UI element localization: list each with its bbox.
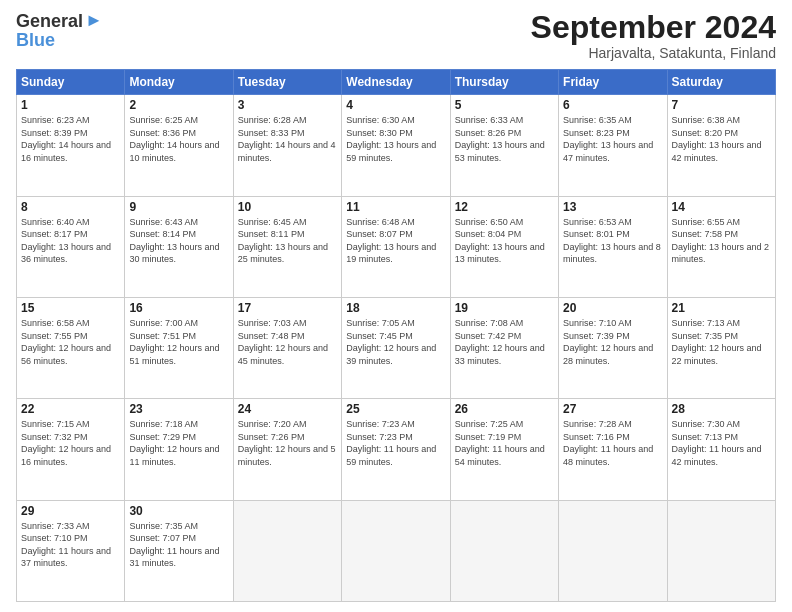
table-row: 21Sunrise: 7:13 AM Sunset: 7:35 PM Dayli… <box>667 297 775 398</box>
day-number: 13 <box>563 200 662 214</box>
day-number: 4 <box>346 98 445 112</box>
day-number: 11 <box>346 200 445 214</box>
day-info: Sunrise: 7:30 AM Sunset: 7:13 PM Dayligh… <box>672 418 771 468</box>
day-info: Sunrise: 7:18 AM Sunset: 7:29 PM Dayligh… <box>129 418 228 468</box>
table-row <box>667 500 775 601</box>
day-info: Sunrise: 6:55 AM Sunset: 7:58 PM Dayligh… <box>672 216 771 266</box>
day-info: Sunrise: 6:50 AM Sunset: 8:04 PM Dayligh… <box>455 216 554 266</box>
col-thursday: Thursday <box>450 70 558 95</box>
day-info: Sunrise: 7:03 AM Sunset: 7:48 PM Dayligh… <box>238 317 337 367</box>
table-row <box>559 500 667 601</box>
day-info: Sunrise: 7:15 AM Sunset: 7:32 PM Dayligh… <box>21 418 120 468</box>
day-number: 18 <box>346 301 445 315</box>
day-info: Sunrise: 6:43 AM Sunset: 8:14 PM Dayligh… <box>129 216 228 266</box>
calendar-week-row: 29Sunrise: 7:33 AM Sunset: 7:10 PM Dayli… <box>17 500 776 601</box>
table-row: 28Sunrise: 7:30 AM Sunset: 7:13 PM Dayli… <box>667 399 775 500</box>
day-number: 21 <box>672 301 771 315</box>
day-number: 28 <box>672 402 771 416</box>
day-number: 30 <box>129 504 228 518</box>
table-row: 22Sunrise: 7:15 AM Sunset: 7:32 PM Dayli… <box>17 399 125 500</box>
day-number: 5 <box>455 98 554 112</box>
table-row: 19Sunrise: 7:08 AM Sunset: 7:42 PM Dayli… <box>450 297 558 398</box>
calendar-week-row: 8Sunrise: 6:40 AM Sunset: 8:17 PM Daylig… <box>17 196 776 297</box>
day-info: Sunrise: 6:35 AM Sunset: 8:23 PM Dayligh… <box>563 114 662 164</box>
table-row: 20Sunrise: 7:10 AM Sunset: 7:39 PM Dayli… <box>559 297 667 398</box>
table-row: 14Sunrise: 6:55 AM Sunset: 7:58 PM Dayli… <box>667 196 775 297</box>
day-info: Sunrise: 6:28 AM Sunset: 8:33 PM Dayligh… <box>238 114 337 164</box>
table-row: 29Sunrise: 7:33 AM Sunset: 7:10 PM Dayli… <box>17 500 125 601</box>
calendar-header-row: Sunday Monday Tuesday Wednesday Thursday… <box>17 70 776 95</box>
day-number: 8 <box>21 200 120 214</box>
subtitle: Harjavalta, Satakunta, Finland <box>531 45 776 61</box>
logo-general-text: General <box>16 12 83 30</box>
day-number: 16 <box>129 301 228 315</box>
table-row: 17Sunrise: 7:03 AM Sunset: 7:48 PM Dayli… <box>233 297 341 398</box>
col-sunday: Sunday <box>17 70 125 95</box>
day-number: 26 <box>455 402 554 416</box>
table-row: 10Sunrise: 6:45 AM Sunset: 8:11 PM Dayli… <box>233 196 341 297</box>
table-row: 11Sunrise: 6:48 AM Sunset: 8:07 PM Dayli… <box>342 196 450 297</box>
calendar-week-row: 22Sunrise: 7:15 AM Sunset: 7:32 PM Dayli… <box>17 399 776 500</box>
table-row: 9Sunrise: 6:43 AM Sunset: 8:14 PM Daylig… <box>125 196 233 297</box>
calendar-week-row: 1Sunrise: 6:23 AM Sunset: 8:39 PM Daylig… <box>17 95 776 196</box>
day-info: Sunrise: 6:53 AM Sunset: 8:01 PM Dayligh… <box>563 216 662 266</box>
day-info: Sunrise: 7:20 AM Sunset: 7:26 PM Dayligh… <box>238 418 337 468</box>
table-row <box>450 500 558 601</box>
table-row: 24Sunrise: 7:20 AM Sunset: 7:26 PM Dayli… <box>233 399 341 500</box>
day-number: 24 <box>238 402 337 416</box>
table-row: 7Sunrise: 6:38 AM Sunset: 8:20 PM Daylig… <box>667 95 775 196</box>
day-number: 3 <box>238 98 337 112</box>
table-row: 3Sunrise: 6:28 AM Sunset: 8:33 PM Daylig… <box>233 95 341 196</box>
day-number: 7 <box>672 98 771 112</box>
day-number: 22 <box>21 402 120 416</box>
day-number: 23 <box>129 402 228 416</box>
table-row: 8Sunrise: 6:40 AM Sunset: 8:17 PM Daylig… <box>17 196 125 297</box>
col-monday: Monday <box>125 70 233 95</box>
day-info: Sunrise: 7:00 AM Sunset: 7:51 PM Dayligh… <box>129 317 228 367</box>
header: General ► Blue September 2024 Harjavalta… <box>16 10 776 61</box>
main-title: September 2024 <box>531 10 776 45</box>
table-row: 15Sunrise: 6:58 AM Sunset: 7:55 PM Dayli… <box>17 297 125 398</box>
table-row <box>342 500 450 601</box>
table-row: 13Sunrise: 6:53 AM Sunset: 8:01 PM Dayli… <box>559 196 667 297</box>
col-tuesday: Tuesday <box>233 70 341 95</box>
table-row: 1Sunrise: 6:23 AM Sunset: 8:39 PM Daylig… <box>17 95 125 196</box>
day-info: Sunrise: 7:25 AM Sunset: 7:19 PM Dayligh… <box>455 418 554 468</box>
col-wednesday: Wednesday <box>342 70 450 95</box>
day-info: Sunrise: 7:13 AM Sunset: 7:35 PM Dayligh… <box>672 317 771 367</box>
day-number: 10 <box>238 200 337 214</box>
day-info: Sunrise: 6:40 AM Sunset: 8:17 PM Dayligh… <box>21 216 120 266</box>
day-info: Sunrise: 6:38 AM Sunset: 8:20 PM Dayligh… <box>672 114 771 164</box>
day-number: 1 <box>21 98 120 112</box>
col-friday: Friday <box>559 70 667 95</box>
calendar-table: Sunday Monday Tuesday Wednesday Thursday… <box>16 69 776 602</box>
col-saturday: Saturday <box>667 70 775 95</box>
day-number: 12 <box>455 200 554 214</box>
day-number: 20 <box>563 301 662 315</box>
table-row: 16Sunrise: 7:00 AM Sunset: 7:51 PM Dayli… <box>125 297 233 398</box>
day-info: Sunrise: 7:28 AM Sunset: 7:16 PM Dayligh… <box>563 418 662 468</box>
day-info: Sunrise: 6:48 AM Sunset: 8:07 PM Dayligh… <box>346 216 445 266</box>
title-section: September 2024 Harjavalta, Satakunta, Fi… <box>531 10 776 61</box>
table-row: 5Sunrise: 6:33 AM Sunset: 8:26 PM Daylig… <box>450 95 558 196</box>
day-info: Sunrise: 7:33 AM Sunset: 7:10 PM Dayligh… <box>21 520 120 570</box>
table-row: 18Sunrise: 7:05 AM Sunset: 7:45 PM Dayli… <box>342 297 450 398</box>
day-number: 6 <box>563 98 662 112</box>
day-info: Sunrise: 6:33 AM Sunset: 8:26 PM Dayligh… <box>455 114 554 164</box>
day-info: Sunrise: 6:30 AM Sunset: 8:30 PM Dayligh… <box>346 114 445 164</box>
table-row: 30Sunrise: 7:35 AM Sunset: 7:07 PM Dayli… <box>125 500 233 601</box>
table-row: 23Sunrise: 7:18 AM Sunset: 7:29 PM Dayli… <box>125 399 233 500</box>
page: General ► Blue September 2024 Harjavalta… <box>0 0 792 612</box>
day-info: Sunrise: 7:05 AM Sunset: 7:45 PM Dayligh… <box>346 317 445 367</box>
day-info: Sunrise: 7:10 AM Sunset: 7:39 PM Dayligh… <box>563 317 662 367</box>
logo: General ► Blue <box>16 10 103 49</box>
day-number: 14 <box>672 200 771 214</box>
table-row: 2Sunrise: 6:25 AM Sunset: 8:36 PM Daylig… <box>125 95 233 196</box>
day-number: 17 <box>238 301 337 315</box>
day-info: Sunrise: 7:23 AM Sunset: 7:23 PM Dayligh… <box>346 418 445 468</box>
table-row: 26Sunrise: 7:25 AM Sunset: 7:19 PM Dayli… <box>450 399 558 500</box>
logo-blue-text: Blue <box>16 31 55 49</box>
day-info: Sunrise: 7:35 AM Sunset: 7:07 PM Dayligh… <box>129 520 228 570</box>
table-row: 27Sunrise: 7:28 AM Sunset: 7:16 PM Dayli… <box>559 399 667 500</box>
calendar-week-row: 15Sunrise: 6:58 AM Sunset: 7:55 PM Dayli… <box>17 297 776 398</box>
